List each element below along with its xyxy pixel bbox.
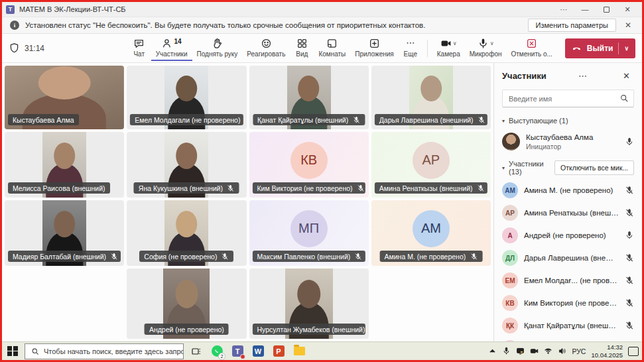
tab-rooms[interactable]: Комнаты (314, 36, 350, 61)
mic-off-icon (352, 116, 360, 124)
language-indicator[interactable]: РУС (572, 347, 586, 355)
participant-list-item[interactable]: АМ Амина М. (не проверено) (502, 179, 634, 202)
dismiss-notification-icon[interactable]: ✕ (622, 21, 634, 30)
video-tile[interactable]: Нурсултан Жумабеков (внешний) (249, 269, 369, 339)
teams-logo-icon: T (6, 5, 15, 14)
mic-off-icon (354, 253, 362, 261)
mute-all-button[interactable]: Отключить все мик... (554, 160, 634, 175)
video-tile[interactable]: Яна Кукушкина (внешний) (127, 132, 246, 198)
leave-chevron-icon[interactable]: ∨ (624, 45, 629, 52)
tab-apps[interactable]: Приложения (350, 36, 399, 61)
participant-list-item[interactable]: ДЛ Дарья Лаврешина (внешний) (502, 247, 634, 269)
participants-section-header[interactable]: ▾ Участники (13) Отключить все мик... (502, 160, 634, 176)
mic-off-icon (478, 116, 485, 124)
tray-display-icon[interactable] (516, 347, 525, 355)
cancel-share-icon (526, 38, 537, 49)
notification-center-icon[interactable] (628, 347, 639, 356)
participant-name-label: Андрей (не проверено) (145, 324, 229, 335)
change-settings-button[interactable]: Изменить параметры (528, 19, 616, 32)
minimize-button[interactable]: — (574, 3, 596, 16)
maximize-button[interactable] (596, 3, 617, 16)
window-title: MATEM В ЭК-Лекции-ВТ-ЧТ-СБ (19, 5, 126, 13)
file-explorer-icon[interactable] (291, 343, 307, 359)
avatar-tile[interactable]: МП Максим Павленко (внешний) (249, 200, 369, 266)
panel-close-icon[interactable]: ✕ (619, 71, 634, 81)
task-view-button[interactable] (188, 343, 204, 359)
video-tile[interactable]: Андрей (не проверено) (127, 269, 246, 339)
participant-list-item[interactable]: А Андрей (не проверено) (502, 224, 634, 247)
search-input[interactable] (502, 90, 634, 107)
video-grid: Кыстаубаева Алма Емел Молдагали (не пров… (2, 63, 493, 341)
taskbar-clock[interactable]: 14:32 10.04.2025 (591, 343, 623, 359)
participant-list-item[interactable]: ЕМ Емел Молдағ... (не проверено) (502, 269, 634, 292)
avatar: АМ (502, 182, 518, 198)
mic-off-icon[interactable] (625, 321, 634, 330)
leave-divider (618, 42, 619, 54)
mic-on-icon[interactable] (625, 231, 634, 240)
tab-chat[interactable]: Чат (127, 36, 151, 61)
meeting-toolbar: 31:14 Чат 14 Участники Поднять руку Реаг… (2, 34, 642, 63)
wifi-icon[interactable] (544, 347, 552, 355)
participant-list-item[interactable]: КВ Ким Виктория (не проверено) (502, 292, 634, 314)
powerpoint-icon[interactable]: P (271, 343, 287, 359)
clock-date: 10.04.2025 (591, 351, 623, 359)
participant-list-item[interactable]: ҚК Қанат Қайратұлы (внешний) (502, 314, 634, 337)
taskbar-search[interactable]: Чтобы начать поиск, введите здесь запрос (25, 343, 184, 359)
tray-camera-icon[interactable] (530, 347, 539, 355)
mic-off-icon[interactable] (625, 208, 634, 217)
microphone-button[interactable]: ∨ Микрофон (465, 36, 507, 61)
microphone-chevron-icon[interactable]: ∨ (490, 40, 494, 46)
stop-sharing-button[interactable]: Отменить о... (506, 36, 556, 61)
participant-name-label: Максим Павленко (внешний) (253, 251, 365, 262)
tab-view[interactable]: Вид (290, 36, 314, 61)
mic-off-icon (470, 253, 478, 261)
avatar: АМ (413, 210, 450, 247)
start-button[interactable] (5, 344, 20, 359)
tray-chevron-up-icon[interactable] (488, 347, 497, 355)
avatar: МП (290, 210, 328, 247)
avatar-tile[interactable]: АР Амина Ренаткызы (внешний) (371, 132, 491, 198)
mic-off-icon[interactable] (625, 276, 634, 285)
camera-button[interactable]: ∨ Камера (432, 36, 465, 61)
tab-participants[interactable]: 14 Участники (151, 36, 192, 61)
speaker-list-item[interactable]: Кыстаубаева Алма Инициатор (502, 128, 634, 156)
window-menu-button[interactable]: ⋯ (553, 3, 574, 16)
leave-button[interactable]: Выйти ∨ (565, 38, 635, 58)
tab-react[interactable]: Реагировать (242, 36, 290, 61)
video-tile[interactable]: Қанат Қайратұлы (внешний) (249, 66, 369, 129)
avatar (502, 133, 520, 151)
dnd-status-dot (240, 354, 245, 359)
avatar-tile[interactable]: КВ Ким Виктория (не проверено) (249, 132, 369, 198)
tray-mic-icon[interactable] (502, 347, 511, 355)
video-tile[interactable]: София (не проверено) (127, 200, 246, 266)
whatsapp-icon[interactable]: 2 (209, 343, 225, 359)
participant-list-item[interactable]: АР Амина Ренаткызы (внешний) (502, 202, 634, 224)
mic-off-icon (357, 184, 365, 192)
smiley-icon (261, 38, 272, 49)
close-button[interactable]: ✕ (617, 3, 638, 16)
speakers-section-header[interactable]: ▾ Выступающие (1) (502, 117, 634, 125)
teams-taskbar-icon[interactable]: T (229, 343, 245, 359)
mic-on-icon[interactable] (625, 137, 634, 147)
mic-off-icon[interactable] (625, 253, 634, 263)
participant-name-label: Яна Кукушкина (внешний) (134, 182, 239, 194)
camera-chevron-icon[interactable]: ∨ (453, 40, 457, 46)
tab-raise-hand[interactable]: Поднять руку (192, 36, 243, 61)
video-tile[interactable]: Кыстаубаева Алма (5, 66, 124, 129)
video-tile[interactable]: Мадияр Балтабай (внешний) (5, 200, 124, 266)
avatar-tile[interactable]: АМ Амина М. (не проверено) (371, 200, 491, 266)
panel-more-icon[interactable]: ⋯ (574, 71, 591, 81)
info-icon: i (10, 21, 19, 30)
search-icon (31, 347, 39, 355)
video-tile[interactable]: Емел Молдагали (не проверено) (127, 66, 246, 129)
participants-panel: Участники ⋯ ✕ ▾ Выступающие (1) Кыстауба… (493, 63, 642, 341)
video-tile[interactable]: Мелисса Раисова (внешний) (5, 132, 124, 198)
participant-list-item[interactable]: МБ Мадияр Балтабай (внешний) (502, 337, 634, 341)
tab-more[interactable]: ⋯ Еще (399, 36, 422, 61)
word-icon[interactable]: W (250, 343, 266, 359)
video-tile[interactable]: Дарья Лаврешина (внешний) (371, 66, 491, 129)
volume-icon[interactable] (558, 347, 566, 355)
mic-off-icon[interactable] (625, 298, 634, 308)
window-titlebar: T MATEM В ЭК-Лекции-ВТ-ЧТ-СБ ⋯ — ✕ (2, 2, 642, 17)
mic-off-icon[interactable] (625, 186, 634, 195)
